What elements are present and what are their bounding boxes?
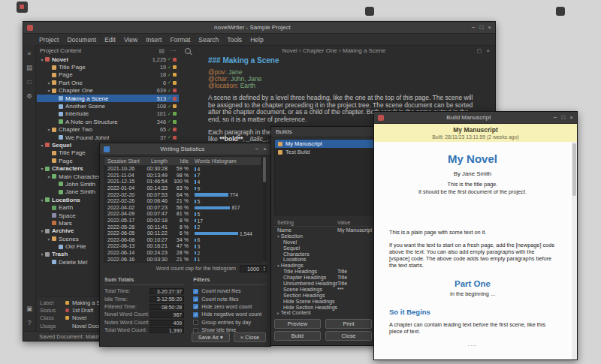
tree-view-icon[interactable]: ▤ xyxy=(159,47,165,54)
build-setting-row[interactable]: NameMy Manuscript xyxy=(274,227,390,233)
print-button[interactable]: Print xyxy=(325,319,372,329)
column-header-2[interactable]: Idle xyxy=(171,158,192,164)
save-as-button[interactable]: Save As ▾ xyxy=(192,332,230,342)
build-setting-row[interactable]: Sequel xyxy=(274,245,390,251)
tree-row[interactable]: ▾Novel1,225✓ xyxy=(37,56,179,63)
tree-menu-icon[interactable]: ⋯ xyxy=(170,47,176,54)
expand-arrow-icon[interactable]: ▾ xyxy=(39,197,45,203)
rail-tool-icon-3[interactable]: ⚙ xyxy=(26,92,32,100)
session-row[interactable]: 2022-02-2000:07:5364 %774 xyxy=(104,191,261,198)
editor-maximize-icon[interactable]: ▢ xyxy=(477,48,482,54)
menu-insert[interactable]: Insert xyxy=(146,36,162,44)
menu-help[interactable]: Help xyxy=(250,36,263,44)
session-row[interactable]: 2022-01-0400:14:3363 %9 xyxy=(104,185,261,192)
maximize-icon[interactable]: □ xyxy=(479,25,483,31)
stats-close-icon[interactable]: × xyxy=(263,146,267,152)
tag-value[interactable]: Earth xyxy=(240,82,255,89)
session-row[interactable]: 2022-06-0500:11:226 %1,544 xyxy=(104,230,261,237)
preview-minimize-icon[interactable]: − xyxy=(554,115,557,121)
menu-tools[interactable]: Tools xyxy=(227,36,242,44)
build-setting-row[interactable]: Novel xyxy=(274,239,390,245)
session-row[interactable]: 2021-12-1501:46:54100 %4 xyxy=(104,179,261,185)
session-row[interactable]: 2022-04-0200:07:2356 %817 xyxy=(104,205,261,212)
stats-close-button[interactable]: × Close xyxy=(234,332,266,342)
session-row[interactable]: 2021-11-0400:13:4998 %7 xyxy=(104,173,261,179)
tree-row[interactable]: Page18✓ xyxy=(37,71,179,79)
build-button[interactable]: Build xyxy=(274,331,321,341)
build-setting-row[interactable]: Section Headings xyxy=(274,293,390,299)
sessions-table-header[interactable]: Session Start ▲LengthIdleWords Histogram xyxy=(104,157,261,166)
menu-search[interactable]: Search xyxy=(198,36,219,44)
build-setting-row[interactable]: Hide Scene Headings xyxy=(274,299,390,305)
menu-view[interactable]: View xyxy=(124,36,137,44)
expand-arrow-icon[interactable]: ▾ xyxy=(46,88,52,93)
expand-arrow-icon[interactable]: ▾ xyxy=(46,80,52,86)
desktop-app-icon[interactable] xyxy=(17,2,28,13)
expand-arrow-icon[interactable]: ▾ xyxy=(39,166,45,171)
build-setting-row[interactable]: ▸Text Content xyxy=(274,310,390,316)
preview-titlebar[interactable]: Build Manuscript − □ × xyxy=(374,112,577,124)
session-row[interactable]: 2022-06-1400:24:2328 %2 xyxy=(104,250,261,257)
filter-checkbox[interactable]: ✓ xyxy=(193,296,198,302)
session-row[interactable]: 2022-05-1700:02:188 %17 xyxy=(104,218,261,224)
filter-checkbox[interactable]: ✓ xyxy=(193,304,198,309)
build-setting-row[interactable]: Locations xyxy=(274,257,390,263)
tree-row[interactable]: A Note on Structure346✓ xyxy=(37,118,179,125)
setting-expand-icon[interactable]: ▾ xyxy=(277,263,279,268)
desktop-tray-icon-2[interactable] xyxy=(556,7,565,16)
column-header-3[interactable]: Words Histogram xyxy=(192,158,261,164)
build-setting-row[interactable]: Unnumbered HeadingsTitle xyxy=(274,281,390,287)
preview-maximize-icon[interactable]: □ xyxy=(561,115,565,121)
expand-arrow-icon[interactable]: ▾ xyxy=(39,228,45,233)
session-row[interactable]: 2022-05-2800:11:418 %2 xyxy=(104,224,261,230)
expand-arrow-icon[interactable]: ▾ xyxy=(39,143,45,148)
tree-row[interactable]: Another Scene108✓ xyxy=(37,102,179,110)
column-header-1[interactable]: Length xyxy=(142,158,171,164)
build-setting-row[interactable]: Scene Headings*** xyxy=(274,287,390,293)
stats-titlebar[interactable]: Writing Statistics − × xyxy=(100,143,270,155)
rail-tool-icon-0[interactable]: ≡ xyxy=(28,50,32,57)
preview-button[interactable]: Preview xyxy=(274,319,321,329)
close-icon[interactable]: × xyxy=(488,25,491,31)
build-list-item[interactable]: Test Build xyxy=(275,148,389,156)
expand-arrow-icon[interactable]: ▾ xyxy=(46,127,52,132)
preview-scrollbar-thumb[interactable] xyxy=(572,143,576,196)
menu-document[interactable]: Document xyxy=(67,36,96,44)
rail-bottom-icon-0[interactable]: ▣ xyxy=(26,305,32,312)
editor-close-icon[interactable]: × xyxy=(486,47,490,54)
setting-expand-icon[interactable]: ▾ xyxy=(277,234,279,239)
stats-scrollbar-thumb[interactable] xyxy=(263,157,266,182)
session-row[interactable]: 2021-10-2600:30:2859 %4 xyxy=(104,166,261,173)
filter-checkbox[interactable] xyxy=(193,320,198,325)
build-setting-row[interactable]: Title HeadingsTitle xyxy=(274,269,390,275)
menu-format[interactable]: Format xyxy=(170,36,190,44)
expand-arrow-icon[interactable]: ▾ xyxy=(46,174,52,179)
build-setting-row[interactable]: Chapter HeadingsTitle xyxy=(274,275,390,281)
filter-checkbox[interactable]: ✓ xyxy=(193,312,198,317)
session-row[interactable]: 2022-04-0900:07:4781 %5 xyxy=(104,211,261,218)
session-row[interactable]: 2022-06-1300:16:2147 %3 xyxy=(104,243,261,250)
stats-scrollbar[interactable] xyxy=(262,156,267,261)
search-icon[interactable] xyxy=(185,48,191,54)
rail-tool-icon-1[interactable]: ▤ xyxy=(26,64,32,71)
build-setting-row[interactable]: ▾Selection xyxy=(274,233,390,239)
tree-row[interactable]: Making a Scene513✓ xyxy=(37,95,179,102)
builds-close-button[interactable]: Close xyxy=(325,331,372,341)
rail-bottom-icon-1[interactable]: ? xyxy=(28,319,32,326)
build-setting-row[interactable]: Hide Section Headings xyxy=(274,305,390,311)
menu-edit[interactable]: Edit xyxy=(104,36,116,44)
expand-arrow-icon[interactable]: ▾ xyxy=(46,236,52,242)
column-header-0[interactable]: Session Start ▲ xyxy=(104,158,142,164)
tree-row[interactable]: ▾Part One6✓ xyxy=(37,79,179,86)
tree-row[interactable]: Title Page19✓ xyxy=(37,63,179,71)
preview-close-icon[interactable]: × xyxy=(569,115,573,121)
tree-row[interactable]: We Found John!37✓ xyxy=(37,134,179,141)
tree-row[interactable]: ▾Chapter Two65✓ xyxy=(37,126,179,134)
build-list-item[interactable]: My Manuscript xyxy=(275,140,389,148)
stats-minimize-icon[interactable]: − xyxy=(255,146,259,152)
expand-arrow-icon[interactable]: ▾ xyxy=(39,251,45,257)
filter-checkbox[interactable]: ✓ xyxy=(193,289,198,294)
main-titlebar[interactable]: novelWriter - Sample Project − □ × xyxy=(23,22,495,34)
session-row[interactable]: 2022-06-1600:03:3021 %1 xyxy=(104,256,261,263)
preview-scrollbar[interactable] xyxy=(572,142,577,359)
